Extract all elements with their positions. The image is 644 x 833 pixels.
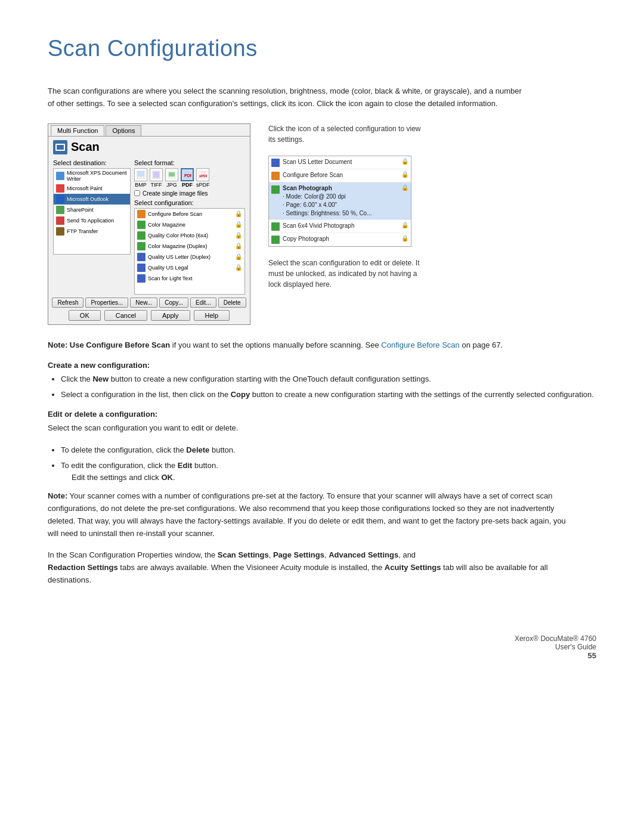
screenshot-section: Multi Function Options Scan Select desti…: [48, 123, 596, 325]
dest-sharepoint[interactable]: SharePoint: [54, 205, 130, 215]
config-label: Select configuration:: [134, 199, 245, 206]
lock-icon-us-letter-dup: 🔒: [235, 253, 242, 260]
mini-item-6x4-vivid[interactable]: Scan 6x4 Vivid Photograph 🔒: [269, 220, 411, 233]
cancel-button[interactable]: Cancel: [104, 310, 147, 321]
scan-title: Scan: [71, 140, 100, 154]
dest-sendto[interactable]: Send To Application: [54, 215, 130, 226]
dest-panel: Select destination: Microsoft XPS Docume…: [53, 159, 131, 295]
note2-prefix: Note:: [48, 491, 67, 500]
format-row: BMP TIFF JPG: [134, 168, 245, 188]
svg-text:sPDF: sPDF: [199, 174, 207, 178]
single-image-label: Create single image files: [143, 190, 208, 197]
format-label: Select format:: [134, 159, 245, 166]
svg-rect-2: [137, 176, 144, 178]
dest-ftp[interactable]: FTP Transfer: [54, 226, 130, 237]
note1-text: if you want to set the options manually …: [172, 340, 382, 349]
callout2-text: Select the scan configuration to edit or…: [268, 258, 423, 290]
format-jpg[interactable]: JPG: [165, 168, 178, 188]
svg-rect-6: [169, 172, 175, 176]
config-quality-photo[interactable]: Quality Color Photo (6x4) 🔒: [135, 230, 244, 241]
config-light-text[interactable]: Scan for Light Text: [135, 273, 244, 284]
create-config-list: Click the New button to create a new con…: [61, 373, 596, 401]
lock-icon-cfg: 🔒: [235, 210, 242, 217]
lock-icon-color-mag: 🔒: [235, 221, 242, 228]
config-list: Configure Before Scan 🔒 Color Magazine 🔒…: [134, 208, 245, 295]
mini-item-copy-photo[interactable]: Copy Photograph 🔒: [269, 233, 411, 246]
scan-title-row: Scan: [53, 140, 245, 154]
dest-xps[interactable]: Microsoft XPS DocumentWriter: [54, 169, 130, 183]
bullet1a: Click the New button to create a new con…: [61, 373, 596, 386]
single-image-checkbox-row: Create single image files: [134, 190, 245, 197]
bullet1b: Select a configuration in the list, then…: [61, 389, 596, 401]
config-us-legal[interactable]: Quality US Legal 🔒: [135, 262, 244, 273]
btn-row-2: OK Cancel Apply Help: [53, 310, 245, 321]
dest-outlook[interactable]: Microsoft Outlook: [54, 194, 130, 205]
note2-paragraph: Note: Your scanner comes with a number o…: [48, 490, 566, 540]
callouts-col: Click the icon of a selected configurati…: [268, 123, 596, 290]
lock-icon-color-dup: 🔒: [235, 243, 242, 249]
apply-button[interactable]: Apply: [151, 310, 190, 321]
config-color-mag[interactable]: Color Magazine 🔒: [135, 219, 244, 230]
mini-item-us-letter[interactable]: Scan US Letter Document 🔒: [269, 156, 411, 169]
section2-heading: Edit or delete a configuration:: [48, 410, 596, 419]
note1-bold: Use Configure Before Scan: [70, 340, 170, 349]
single-image-checkbox[interactable]: [134, 190, 140, 196]
format-spdf[interactable]: sPDF sPDF: [196, 168, 210, 188]
format-tiff[interactable]: TIFF: [150, 168, 163, 188]
dest-label: Select destination:: [53, 159, 131, 166]
mini-item-configure[interactable]: Configure Before Scan 🔒: [269, 169, 411, 182]
copy-button[interactable]: Copy...: [159, 298, 188, 308]
refresh-button[interactable]: Refresh: [52, 298, 83, 308]
mini-scan-list: Scan US Letter Document 🔒 Configure Befo…: [268, 156, 411, 247]
scan-window: Multi Function Options Scan Select desti…: [48, 123, 250, 325]
mini-lock-6x4: 🔒: [401, 222, 408, 228]
bullet2b: To edit the configuration, click the Edi…: [61, 460, 596, 485]
edit-intro-text: Select the scan configuration you want t…: [48, 422, 566, 435]
footer-page-num: 55: [48, 651, 596, 660]
tab-multi-function[interactable]: Multi Function: [51, 125, 104, 136]
note1-suffix: on page 67.: [462, 340, 503, 349]
mini-item-photograph[interactable]: Scan Photograph · Mode: Color@ 200 dpi ·…: [269, 182, 411, 220]
config-us-letter-dup[interactable]: Quality US Letter (Duplex) 🔒: [135, 252, 244, 262]
svg-text:PDF: PDF: [184, 174, 191, 178]
dest-paint[interactable]: Microsoft Paint: [54, 183, 130, 194]
section1-heading: Create a new configuration:: [48, 361, 596, 370]
ok-button[interactable]: OK: [69, 310, 101, 321]
footer-guide: User's Guide: [48, 643, 596, 651]
note3-paragraph: In the Scan Configuration Properties win…: [48, 549, 566, 586]
configure-before-scan-link[interactable]: Configure Before Scan: [381, 340, 460, 349]
note1-paragraph: Note: Use Configure Before Scan if you w…: [48, 339, 566, 352]
dest-list: Microsoft XPS DocumentWriter Microsoft P…: [53, 168, 131, 255]
btn-row-1: Refresh Properties... New... Copy... Edi…: [53, 298, 245, 308]
note2-text: Your scanner comes with a number of conf…: [48, 491, 566, 537]
footer-product: Xerox® DocuMate® 4760: [48, 634, 596, 643]
footer: Xerox® DocuMate® 4760 User's Guide 55: [48, 634, 596, 660]
lock-icon-us-legal: 🔒: [235, 264, 242, 271]
scan-window-tabs: Multi Function Options: [48, 124, 250, 137]
note1-prefix: Note:: [48, 340, 67, 349]
edit-config-list: To delete the configuration, click the D…: [61, 444, 596, 484]
callout1-text: Click the icon of a selected configurati…: [268, 123, 423, 145]
mini-lock-us-letter: 🔒: [401, 158, 408, 165]
help-button[interactable]: Help: [194, 310, 230, 321]
format-pdf[interactable]: PDF PDF: [181, 168, 194, 188]
scan-window-body: Scan Select destination: Microsoft XPS D…: [48, 137, 250, 324]
main-panels: Select destination: Microsoft XPS Docume…: [53, 159, 245, 295]
format-bmp[interactable]: BMP: [134, 168, 147, 188]
config-before-scan[interactable]: Configure Before Scan 🔒: [135, 209, 244, 219]
page-title: Scan Configurations: [48, 36, 596, 61]
mini-lock-configure: 🔒: [401, 171, 408, 178]
bullet2a: To delete the configuration, click the D…: [61, 444, 596, 457]
edit-button[interactable]: Edit...: [190, 298, 216, 308]
mini-lock-copy-photo: 🔒: [401, 235, 408, 241]
svg-rect-1: [137, 171, 144, 176]
lock-icon-quality-photo: 🔒: [235, 232, 242, 239]
delete-button[interactable]: Delete: [218, 298, 246, 308]
right-panel: Select format: BMP TIFF: [134, 159, 245, 295]
mini-lock-photograph: 🔒: [401, 184, 408, 191]
tab-options[interactable]: Options: [106, 125, 141, 136]
intro-paragraph: The scan configurations are where you se…: [48, 85, 525, 110]
new-button[interactable]: New...: [130, 298, 157, 308]
properties-button[interactable]: Properties...: [85, 298, 128, 308]
config-color-mag-dup[interactable]: Color Magazine (Duplex) 🔒: [135, 241, 244, 252]
